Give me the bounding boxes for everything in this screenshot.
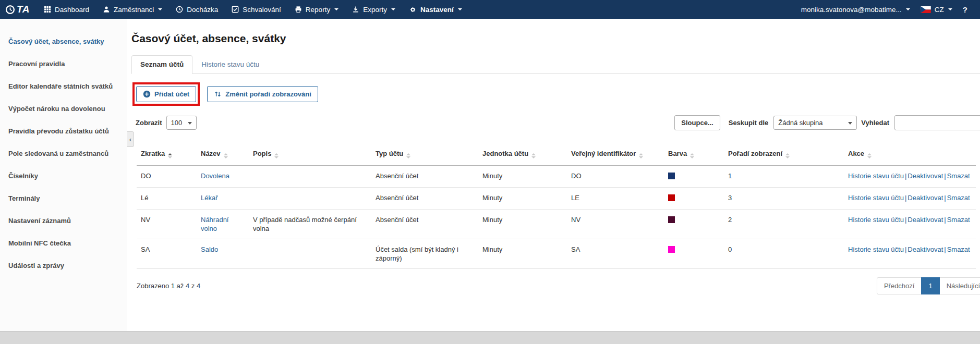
sort-icon [867,153,872,158]
cell-zkratka: SA [137,239,197,269]
column-header[interactable]: Typ účtu [371,143,478,166]
sidebar-item-1[interactable]: Časový účet, absence, svátky [0,30,127,53]
cell-popis: V případě nadčasů možné čerpání volna [249,210,371,239]
plus-circle-icon [143,90,151,98]
tab-bar: Seznam účtů Historie stavu účtu [131,55,980,74]
workspace: Časový účet, absence, svátky Pracovní pr… [0,19,980,331]
cell-akce: Historie stavu účtu|Deaktivovat|Smazat [844,166,976,188]
cell-poradi: 3 [724,188,844,210]
sidebar-item-9[interactable]: Nastavení záznamů [0,210,127,232]
column-header[interactable]: Zkratka [137,143,197,166]
sidebar-item-2[interactable]: Pracovní pravidla [0,53,127,75]
help-button[interactable]: ? [958,0,973,19]
history-link[interactable]: Historie stavu účtu [848,172,904,180]
nav-reporty[interactable]: Reporty [288,0,345,19]
column-header[interactable]: Název [197,143,249,166]
column-header[interactable]: Veřejný identifikátor [567,143,664,166]
column-header[interactable]: Akce [844,143,976,166]
sort-arrows-icon [214,90,222,98]
delete-link[interactable]: Smazat [947,172,970,180]
cell-jednotka: Minuty [478,188,567,210]
column-header[interactable]: Jednotka účtu [478,143,567,166]
history-link[interactable]: Historie stavu účtu [848,216,904,224]
nav-zamestnanci[interactable]: Zaměstnanci [96,0,169,19]
account-name-link[interactable]: Saldo [201,245,218,253]
account-name-link[interactable]: Náhradní volno [201,216,228,232]
cell-popis [249,239,371,269]
logo-text: TA [17,4,30,15]
nav-schvalovani[interactable]: Schvalování [225,0,288,19]
pagination-page-1[interactable]: 1 [921,277,939,294]
search-input[interactable] [894,115,980,130]
sort-icon [690,153,694,158]
cell-identifikator: DO [567,166,664,188]
action-separator: | [944,194,946,202]
sidebar-item-11[interactable]: Události a zprávy [0,254,127,277]
history-link[interactable]: Historie stavu účtu [848,245,904,253]
chevron-down-icon [948,8,952,10]
search-label: Vyhledat [861,119,889,127]
cell-identifikator: SA [567,239,664,269]
column-header[interactable]: Pořadí zobrazení [724,143,844,166]
dashboard-grid-icon [44,6,51,13]
tab-seznam-uctu[interactable]: Seznam účtů [131,55,192,74]
account-name-link[interactable]: Dovolena [201,172,229,180]
page-length-select[interactable]: 100 [166,116,197,130]
cell-popis [249,188,371,210]
app-logo[interactable]: TA [5,4,30,15]
delete-link[interactable]: Smazat [947,194,970,202]
chevron-down-icon [458,8,462,10]
show-label: Zobrazit [136,119,162,127]
sidebar-item-10[interactable]: Mobilní NFC čtečka [0,232,127,254]
column-header[interactable]: Barva [664,143,724,166]
tab-panel: Přidat účet Změnit pořadí zobrazování Zo… [131,74,980,305]
nav-exporty[interactable]: Exporty [345,0,402,19]
user-menu[interactable]: monika.svatonova@mobatime... [796,0,915,19]
tab-historie-stavu-uctu[interactable]: Historie stavu účtu [192,55,268,74]
deactivate-link[interactable]: Deaktivovat [908,194,943,202]
sidebar-item-6[interactable]: Pole sledovaná u zaměstnanců [0,142,127,165]
sidebar-item-3[interactable]: Editor kalendáře státních svátků [0,75,127,97]
sort-icon [531,153,536,158]
approval-check-icon [232,6,239,13]
deactivate-link[interactable]: Deaktivovat [908,216,943,224]
history-link[interactable]: Historie stavu účtu [848,194,904,202]
delete-link[interactable]: Smazat [947,216,970,224]
column-header[interactable]: Popis [249,143,371,166]
columns-button[interactable]: Sloupce... [674,115,720,130]
cell-akce: Historie stavu účtu|Deaktivovat|Smazat [844,188,976,210]
action-separator: | [905,216,906,224]
table-row: NV Náhradní volno V případě nadčasů možn… [137,210,976,239]
pagination-next[interactable]: Následující [939,277,980,294]
cell-akce: Historie stavu účtu|Deaktivovat|Smazat [844,210,976,239]
settings-gear-icon [409,6,417,14]
cell-poradi: 1 [724,166,844,188]
account-name-link[interactable]: Lékař [201,194,218,202]
sidebar-nav: Časový účet, absence, svátky Pracovní pr… [0,19,127,331]
action-separator: | [905,245,906,253]
deactivate-link[interactable]: Deaktivovat [908,172,943,180]
table-row: Lé Lékař Absenční účet Minuty LE 3 Histo… [137,188,976,210]
action-separator: | [944,245,946,253]
table-footer: Zobrazeno 1 až 4 z 4 Předchozí 1 Následu… [137,277,980,305]
sidebar-item-5[interactable]: Pravidla převodu zůstatku účtů [0,120,127,142]
pagination-previous[interactable]: Předchozí [877,277,922,294]
sidebar-item-7[interactable]: Číselníky [0,165,127,187]
nav-nastaveni[interactable]: Nastavení [402,0,469,19]
delete-link[interactable]: Smazat [947,245,970,253]
sidebar-item-8[interactable]: Terminály [0,187,127,210]
chevron-down-icon [334,8,338,10]
sort-icon [224,153,228,158]
sidebar-collapse-handle[interactable]: ‹ [127,131,134,147]
deactivate-link[interactable]: Deaktivovat [908,245,943,253]
cell-barva [664,239,724,269]
help-icon: ? [963,5,967,14]
nav-dochazka[interactable]: Docházka [169,0,225,19]
language-menu[interactable]: CZ [915,0,958,19]
chevron-left-icon: ‹ [129,136,131,143]
sidebar-item-4[interactable]: Výpočet nároku na dovolenou [0,97,127,120]
add-account-button[interactable]: Přidat účet [136,86,196,102]
group-by-select[interactable]: Žádná skupina [773,116,857,130]
reorder-button[interactable]: Změnit pořadí zobrazování [207,86,318,102]
nav-dashboard[interactable]: Dashboard [37,0,96,19]
